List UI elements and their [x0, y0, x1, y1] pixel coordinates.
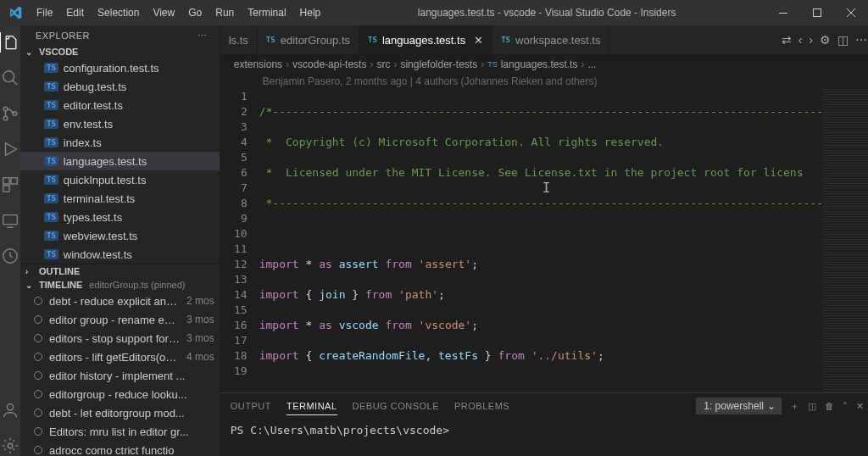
timeline-item[interactable]: editorgroup - reduce looku... — [20, 385, 220, 403]
menu-go[interactable]: Go — [181, 0, 209, 25]
code-editor[interactable]: 12345678910111213141516171819 /*--------… — [220, 89, 868, 392]
svg-point-3 — [3, 107, 8, 111]
panel-tab-terminal[interactable]: TERMINAL — [287, 398, 337, 415]
next-icon[interactable]: › — [809, 33, 813, 47]
svg-rect-9 — [3, 215, 18, 225]
menubar: File Edit Selection View Go Run Terminal… — [30, 0, 327, 25]
file-item[interactable]: TSindex.ts — [20, 133, 220, 152]
sidebar-header: EXPLORER ⋯ — [20, 25, 220, 45]
svg-point-2 — [3, 71, 14, 82]
svg-rect-1 — [814, 9, 821, 17]
remote-icon[interactable] — [0, 210, 20, 231]
svg-rect-8 — [3, 186, 9, 192]
titlebar: File Edit Selection View Go Run Terminal… — [0, 0, 868, 25]
file-item[interactable]: TSenv.test.ts — [20, 114, 220, 133]
code-content[interactable]: /*--------------------------------------… — [259, 89, 823, 392]
minimize-button[interactable] — [766, 0, 800, 25]
menu-help[interactable]: Help — [293, 0, 328, 25]
file-item[interactable]: TSwebview.test.ts — [20, 226, 220, 245]
timeline-section: ⌄TIMELINE editorGroup.ts (pinned) debt -… — [20, 278, 220, 456]
more-icon[interactable]: ⋯ — [855, 33, 867, 47]
timeline-item[interactable]: editor history - implement ... — [20, 366, 220, 385]
folder-root[interactable]: ⌄VSCODE — [20, 45, 220, 58]
sidebar: EXPLORER ⋯ ⌄VSCODE TSconfiguration.test.… — [20, 25, 220, 456]
panel-tab-problems[interactable]: PROBLEMS — [454, 398, 509, 414]
explorer-icon[interactable] — [0, 32, 19, 53]
menu-selection[interactable]: Selection — [91, 0, 146, 25]
timeline-item[interactable]: editor group - rename eve...3 mos — [20, 310, 220, 329]
prev-icon[interactable]: ‹ — [798, 33, 803, 47]
svg-rect-7 — [11, 178, 17, 184]
file-item[interactable]: TSconfiguration.test.ts — [20, 58, 220, 77]
svg-point-12 — [8, 443, 13, 448]
timeline-item[interactable]: adrocc como ctrict functio — [20, 441, 220, 456]
editor-tabs: ls.ts TSeditorGroup.ts TSlanguages.test.… — [220, 25, 868, 55]
file-item[interactable]: TSquickInput.test.ts — [20, 170, 220, 189]
close-panel-icon[interactable]: ✕ — [856, 401, 864, 412]
editor-area: ls.ts TSeditorGroup.ts TSlanguages.test.… — [220, 25, 868, 456]
menu-file[interactable]: File — [30, 0, 59, 25]
git-blame-annotation: Benjamin Pasero, 2 months ago | 4 author… — [220, 74, 868, 89]
extensions-icon[interactable] — [0, 175, 20, 195]
close-button[interactable] — [834, 0, 868, 25]
file-item[interactable]: TStypes.test.ts — [20, 208, 220, 226]
compare-icon[interactable]: ⇄ — [782, 33, 792, 47]
window-title: languages.test.ts - vscode - Visual Stud… — [327, 7, 766, 19]
tab-ls[interactable]: ls.ts — [220, 25, 258, 54]
app-logo — [0, 6, 30, 19]
terminal-body[interactable]: PS C:\Users\matb\projects\vscode> — [220, 419, 868, 442]
file-item[interactable]: TSlanguages.test.ts — [20, 152, 220, 170]
file-item[interactable]: TSdebug.test.ts — [20, 77, 220, 96]
svg-point-11 — [7, 404, 13, 410]
timeline-item[interactable]: editors - lift getEditors(ord...4 mos — [20, 348, 220, 366]
svg-point-4 — [3, 116, 8, 120]
file-tree: TSconfiguration.test.tsTSdebug.test.tsTS… — [20, 58, 220, 264]
accounts-icon[interactable] — [0, 400, 20, 420]
timeline-item[interactable]: editors - stop support for E...3 mos — [20, 329, 220, 348]
source-control-icon[interactable] — [0, 103, 20, 124]
line-numbers: 12345678910111213141516171819 — [220, 89, 259, 392]
file-item[interactable]: TSwindow.test.ts — [20, 245, 220, 264]
panel-tab-debug[interactable]: DEBUG CONSOLE — [353, 398, 439, 414]
timeline-item[interactable]: debt - let editorgroup mod... — [20, 403, 220, 422]
split-terminal-icon[interactable]: ◫ — [808, 401, 816, 412]
run-debug-icon[interactable] — [0, 139, 20, 159]
tab-languages-test[interactable]: TSlanguages.test.ts✕ — [359, 25, 492, 54]
timeline-header[interactable]: ⌄TIMELINE editorGroup.ts (pinned) — [20, 278, 220, 292]
menu-edit[interactable]: Edit — [59, 0, 91, 25]
menu-terminal[interactable]: Terminal — [241, 0, 292, 25]
text-cursor-icon: I — [542, 181, 551, 196]
timeline-item[interactable]: Editors: mru list in editor gr... — [20, 422, 220, 441]
activity-bar — [0, 25, 20, 456]
svg-rect-6 — [3, 178, 9, 184]
terminal-selector[interactable]: 1: powershell ⌄ — [696, 398, 782, 414]
maximize-button[interactable] — [800, 0, 834, 25]
split-icon[interactable]: ◫ — [837, 33, 849, 47]
testing-icon[interactable] — [0, 246, 20, 266]
minimap[interactable] — [823, 89, 868, 392]
svg-rect-0 — [779, 13, 787, 14]
file-item[interactable]: TSeditor.test.ts — [20, 96, 220, 114]
bottom-panel: OUTPUT TERMINAL DEBUG CONSOLE PROBLEMS 1… — [220, 392, 868, 456]
tab-workspace-test[interactable]: TSworkspace.test.ts — [492, 25, 609, 54]
svg-point-5 — [13, 112, 17, 116]
close-icon[interactable]: ✕ — [474, 34, 483, 47]
maximize-panel-icon[interactable]: ˄ — [843, 401, 848, 412]
menu-view[interactable]: View — [146, 0, 181, 25]
search-icon[interactable] — [0, 68, 20, 88]
new-terminal-icon[interactable]: ＋ — [790, 400, 799, 413]
breadcrumb[interactable]: extensions› vscode-api-tests› src› singl… — [220, 55, 868, 74]
kill-terminal-icon[interactable]: 🗑 — [825, 401, 834, 411]
menu-run[interactable]: Run — [209, 0, 241, 25]
run-icon[interactable]: ⚙ — [820, 33, 831, 47]
panel-tab-output[interactable]: OUTPUT — [231, 398, 271, 414]
sidebar-more-icon[interactable]: ⋯ — [198, 31, 208, 42]
outline-section[interactable]: ›OUTLINE — [20, 264, 220, 278]
tab-editorgroup[interactable]: TSeditorGroup.ts — [258, 25, 359, 54]
file-item[interactable]: TSterminal.test.ts — [20, 189, 220, 208]
timeline-item[interactable]: debt - reduce explicit any ...2 mos — [20, 292, 220, 310]
settings-gear-icon[interactable] — [0, 436, 20, 456]
